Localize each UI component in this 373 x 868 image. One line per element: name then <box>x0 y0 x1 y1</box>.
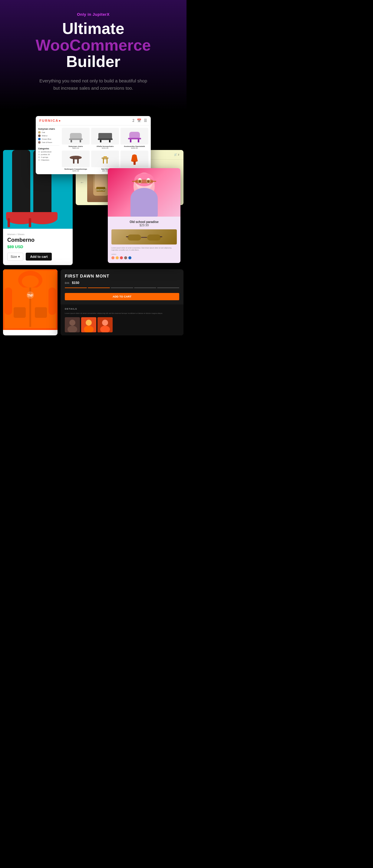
svg-rect-28 <box>132 181 137 182</box>
hero-title-line3: Builder <box>66 53 120 70</box>
furniture-img-1 <box>62 128 90 145</box>
dawn-product-bottom: DETAILS Lorem ipsum dolor sit amet conse… <box>61 305 183 335</box>
bohemian-prev-arrow[interactable]: ← <box>80 180 84 185</box>
svg-rect-57 <box>4 287 12 315</box>
bohemian-cart-icon[interactable]: 🛒 2 <box>174 153 179 156</box>
product-price-4: $289.99 <box>62 170 90 172</box>
color-label-ocean: Ocean Blue <box>42 138 51 140</box>
dawn-person-image-3 <box>98 317 113 332</box>
color-label-oakroom: Oak & Room <box>42 142 52 143</box>
product-name-4: Nothingsis Coopetioninga <box>62 168 90 170</box>
product-name-3: Assimontika Opentalalık <box>121 146 148 147</box>
svg-rect-34 <box>141 237 147 238</box>
dawn-add-to-cart-button[interactable]: ADD TO CART <box>65 293 179 300</box>
sidebar-section-categories: Categories <box>38 148 59 150</box>
row3-section: TNF FIRST DAWN MONT $95 $150 ADD TO CAR <box>3 269 183 335</box>
color-label-walnut: Walnut <box>42 135 47 137</box>
color-option-2[interactable] <box>116 256 119 259</box>
svg-point-67 <box>86 320 92 326</box>
svg-rect-7 <box>109 140 110 143</box>
cart-count-badge: 2 <box>132 119 134 123</box>
sidebar-section-chairs: Suleyman chairs <box>38 128 59 130</box>
svg-rect-38 <box>12 150 30 217</box>
jacket-product-card: TNF <box>3 269 58 335</box>
fashion-colors-label: colors <box>111 253 177 255</box>
dawn-detail-text: Lorem ipsum dolor sit amet consectetur a… <box>65 312 179 315</box>
svg-rect-43 <box>27 212 58 219</box>
svg-point-70 <box>102 320 108 326</box>
furniture-header-icons: 2 📅 ☰ <box>132 119 147 123</box>
dawn-progress-3 <box>111 287 133 288</box>
svg-point-15 <box>101 157 109 159</box>
dawn-progress-1 <box>65 287 87 288</box>
furniture-img-6 <box>121 151 148 167</box>
cat-dot-1 <box>38 151 40 153</box>
furniture-product-2: Alfalfa furnopchairs $150.99 <box>91 128 119 149</box>
svg-rect-13 <box>73 158 74 164</box>
svg-rect-27 <box>135 180 153 183</box>
svg-rect-33 <box>147 235 161 241</box>
color-dot-walnut <box>38 134 41 137</box>
hero-title-line2: WooCommerce <box>36 36 151 54</box>
shoes-size-label: Size <box>10 255 17 258</box>
color-option-4[interactable] <box>124 256 127 259</box>
dawn-progress-2 <box>88 287 110 288</box>
sidebar-color-ocean: Ocean Blue <box>38 138 59 140</box>
chevron-down-icon: ▾ <box>18 255 20 259</box>
dawn-product-title: FIRST DAWN MONT <box>65 274 179 278</box>
svg-rect-35 <box>126 236 128 237</box>
fashion-product-card: Old school paradise $29.99 Lorem ipsum d… <box>108 168 180 263</box>
fashion-product-detail: Old school paradise $29.99 Lorem ipsum d… <box>108 217 180 263</box>
furniture-product-3: Assimontika Opentalalık $289.99 <box>121 128 148 149</box>
svg-text:DROPPER: DROPPER <box>96 189 105 191</box>
svg-rect-3 <box>80 140 81 143</box>
svg-rect-45 <box>29 218 31 227</box>
sidebar-color-walnut: Walnut <box>38 134 59 137</box>
color-option-1[interactable] <box>111 256 114 259</box>
hero-section: Only in JupiterX Ultimate WooCommerce Bu… <box>0 0 186 110</box>
color-option-3[interactable] <box>120 256 123 259</box>
shoes-actions: Size ▾ Add to cart <box>7 253 68 261</box>
product-price-2: $150.99 <box>91 147 119 149</box>
dawn-progress-5 <box>157 287 179 288</box>
jacket-product-image: TNF <box>3 269 58 330</box>
svg-point-64 <box>69 320 75 326</box>
furniture-body: Suleyman chairs Oak Walnut Ocean Blue Oa… <box>36 125 151 174</box>
fashion-person-image <box>108 168 180 217</box>
furniture-product-1: Suleyman chairs $983.99 <box>62 128 90 149</box>
furniture-img-4 <box>62 151 90 167</box>
fashion-color-options <box>111 256 177 259</box>
svg-rect-18 <box>104 156 107 157</box>
svg-point-54 <box>22 275 39 287</box>
svg-rect-17 <box>107 158 107 164</box>
shoes-product-price: $89 USD <box>7 245 68 249</box>
color-option-5[interactable] <box>128 256 131 259</box>
svg-rect-11 <box>138 140 139 143</box>
svg-point-12 <box>70 156 82 159</box>
svg-rect-10 <box>130 140 131 143</box>
product-price-3: $289.99 <box>121 147 148 149</box>
color-label-oak: Oak <box>42 131 45 133</box>
svg-rect-5 <box>98 138 113 140</box>
sidebar-cat-3: 4 springs <box>38 156 59 158</box>
sidebar-cat-1: quickbookset <box>38 151 59 153</box>
svg-rect-36 <box>160 236 162 237</box>
cat-dot-2 <box>38 154 40 155</box>
hero-subtitle: Everything you need not only to build a … <box>39 77 148 92</box>
fashion-product-sunglasses-img <box>111 229 177 245</box>
shoes-add-to-cart-button[interactable]: Add to cart <box>26 253 52 260</box>
furniture-sidebar: Suleyman chairs Oak Walnut Ocean Blue Oa… <box>38 128 59 172</box>
svg-rect-19 <box>134 161 136 165</box>
svg-rect-60 <box>35 307 47 318</box>
svg-rect-1 <box>69 138 83 140</box>
calendar-icon: 📅 <box>137 119 141 123</box>
screenshots-section: FURNICA● 2 📅 ☰ Suleyman chairs Oak Walnu… <box>0 110 186 347</box>
svg-text:TNF: TNF <box>27 294 33 297</box>
shoes-size-select[interactable]: Size ▾ <box>7 253 23 261</box>
furniture-img-5 <box>91 151 119 167</box>
fashion-product-price: $29.99 <box>111 224 177 227</box>
svg-rect-6 <box>100 140 101 143</box>
furniture-product-4: Nothingsis Coopetioninga $289.99 <box>62 151 90 172</box>
fashion-product-image <box>108 168 180 217</box>
svg-rect-2 <box>71 140 72 143</box>
